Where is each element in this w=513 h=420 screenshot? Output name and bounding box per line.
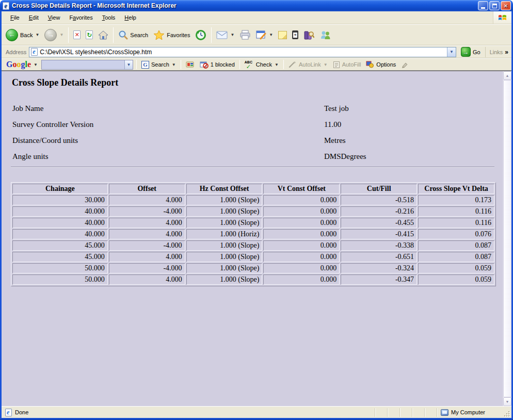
home-button[interactable]	[96, 29, 110, 41]
table-cell: 1.000 (Slope)	[186, 218, 263, 228]
spellcheck-dropdown-icon[interactable]: ▼	[275, 62, 279, 67]
table-cell: 0.059	[418, 263, 494, 273]
divider	[11, 167, 494, 168]
scroll-thumb[interactable]	[503, 80, 511, 397]
google-news-button[interactable]	[184, 60, 196, 69]
menu-item-tools[interactable]: Tools	[98, 13, 120, 22]
forward-button[interactable]: → ▼	[42, 27, 66, 43]
table-cell: 45.000	[12, 240, 108, 251]
detail-label: Survey Controller Version	[12, 120, 324, 129]
resize-grip[interactable]	[503, 410, 510, 417]
status-separator	[363, 408, 375, 417]
detail-value: 11.00	[324, 120, 341, 129]
table-cell: 0.000	[263, 240, 340, 251]
print-button[interactable]	[237, 28, 253, 41]
autolink-label: AutoLink	[299, 61, 321, 68]
status-bar: Done My Computer	[2, 406, 511, 418]
table-cell: 1.000 (Slope)	[186, 263, 263, 273]
back-icon: ←	[6, 29, 18, 41]
table-cell: 4.000	[109, 274, 185, 285]
favorites-button[interactable]: Favorites	[151, 28, 192, 42]
back-label: Back	[20, 32, 33, 38]
mail-icon	[216, 31, 228, 39]
toolbar-separator	[211, 27, 212, 43]
close-button[interactable]: ✕	[501, 1, 511, 10]
google-search-button-dropdown-icon[interactable]: ▼	[172, 62, 176, 67]
table-cell: 0.087	[418, 252, 494, 262]
column-header: Hz Const Offset	[186, 184, 263, 194]
mobile-favorites-button[interactable]: ✳	[290, 29, 300, 41]
vertical-scrollbar[interactable]: ▲ ▼	[503, 71, 511, 406]
options-label: Options	[376, 61, 396, 68]
address-bar: Address ▼ → Go Links »	[2, 45, 511, 58]
table-cell: 0.000	[263, 229, 340, 239]
refresh-button[interactable]: ↻	[84, 29, 95, 41]
highlighter-button[interactable]	[399, 60, 410, 69]
minimize-button[interactable]	[478, 1, 488, 10]
edit-button[interactable]: ▼	[254, 29, 275, 41]
address-input[interactable]	[40, 49, 447, 56]
menu-item-favorites[interactable]: Favorites	[65, 13, 97, 22]
discuss-button[interactable]	[276, 29, 289, 41]
detail-label: Job Name	[12, 104, 324, 113]
edit-dropdown-icon[interactable]: ▼	[269, 33, 273, 37]
table-cell: -0.455	[341, 218, 417, 228]
mail-dropdown-icon[interactable]: ▼	[230, 33, 234, 37]
table-cell: 1.000 (Slope)	[186, 195, 263, 205]
detail-value: Metres	[324, 136, 346, 145]
table-cell: 4.000	[109, 229, 185, 239]
table-cell: 0.076	[418, 229, 494, 239]
go-button[interactable]: → Go	[459, 46, 483, 57]
autolink-button[interactable]: AutoLink ▼	[287, 60, 329, 69]
history-button[interactable]	[193, 28, 209, 42]
table-cell: 45.000	[12, 252, 108, 262]
table-cell: 1.000 (Horiz)	[186, 229, 263, 239]
menu-item-help[interactable]: Help	[120, 13, 141, 22]
go-label: Go	[473, 49, 480, 55]
menu-item-file[interactable]: File	[6, 13, 24, 22]
column-header: Chainage	[12, 184, 108, 194]
back-button[interactable]: ← Back ▼	[4, 27, 41, 43]
research-button[interactable]	[301, 28, 316, 42]
google-search-input[interactable]	[42, 61, 124, 68]
stop-button[interactable]: ✕	[71, 29, 83, 41]
google-logo-button[interactable]: Google ▼	[5, 59, 39, 70]
links-bar[interactable]: Links »	[485, 47, 508, 57]
table-cell: 0.173	[418, 195, 494, 205]
scroll-up-button[interactable]: ▲	[503, 71, 511, 80]
highlighter-pen-icon	[401, 61, 409, 68]
column-header: Vt Const Offset	[263, 184, 340, 194]
address-dropdown-icon[interactable]: ▼	[447, 47, 456, 57]
scroll-down-button[interactable]: ▼	[503, 397, 511, 406]
table-cell: 0.116	[418, 218, 494, 228]
table-row: 40.0004.0001.000 (Slope)0.000-0.4550.116	[12, 218, 494, 228]
messenger-button[interactable]	[317, 28, 333, 42]
mail-button[interactable]: ▼	[214, 29, 236, 41]
google-logo: Google	[6, 60, 31, 69]
autofill-button[interactable]: AutoFill	[331, 60, 363, 70]
search-button[interactable]: Search	[116, 28, 150, 41]
options-button[interactable]: Options	[364, 60, 397, 69]
autolink-wand-icon	[288, 61, 297, 68]
google-search-button[interactable]: G Search ▼	[140, 60, 178, 70]
zone-label: My Computer	[451, 409, 485, 415]
google-logo-dropdown-icon[interactable]: ▼	[34, 62, 38, 67]
menu-item-edit[interactable]: Edit	[24, 13, 43, 22]
home-icon	[98, 30, 108, 40]
google-search-field: ▼	[41, 60, 133, 70]
popup-blocker-button[interactable]: 1 blocked	[198, 60, 236, 70]
research-books-icon	[303, 30, 314, 40]
menu-item-view[interactable]: View	[43, 13, 65, 22]
table-cell: -4.000	[109, 206, 185, 217]
spellcheck-button[interactable]: ABC ✓ Check ▼	[243, 60, 280, 70]
back-dropdown-icon[interactable]: ▼	[35, 33, 39, 37]
table-cell: -0.347	[341, 274, 417, 285]
status-separator	[388, 408, 400, 417]
maximize-button[interactable]	[489, 1, 500, 10]
google-search-dropdown-icon[interactable]: ▼	[124, 60, 133, 69]
links-chevron-icon[interactable]: »	[505, 49, 508, 56]
table-cell: 4.000	[109, 218, 185, 228]
table-cell: 40.000	[12, 229, 108, 239]
spellcheck-label: Check	[256, 61, 272, 68]
menu-items: FileEditViewFavoritesToolsHelp	[2, 11, 493, 24]
